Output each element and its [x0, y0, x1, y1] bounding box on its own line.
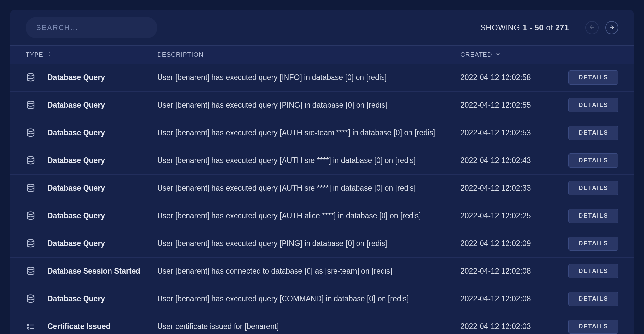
details-button[interactable]: DETAILS: [568, 264, 618, 278]
column-header-created[interactable]: CREATED: [460, 51, 553, 58]
table-row: Database QueryUser [benarent] has execut…: [10, 119, 634, 147]
description-cell: User [benarent] has executed query [AUTH…: [157, 156, 460, 165]
database-icon: [26, 156, 36, 166]
audit-log-panel: SHOWING 1 - 50 of 271 TYPE DESCRIPTION: [10, 10, 634, 334]
type-cell: Database Query: [26, 294, 157, 304]
table-row: Database QueryUser [benarent] has execut…: [10, 285, 634, 313]
type-cell: Database Query: [26, 239, 157, 249]
svg-point-6: [27, 184, 34, 187]
table-row: Database QueryUser [benarent] has execut…: [10, 64, 634, 92]
type-cell: Database Query: [26, 100, 157, 110]
pagination-status: SHOWING 1 - 50 of 271: [481, 23, 569, 32]
showing-dash: -: [527, 23, 535, 32]
description-cell: User [benarent] has connected to databas…: [157, 267, 460, 276]
details-button[interactable]: DETAILS: [568, 70, 618, 85]
table-row: Database QueryUser [benarent] has execut…: [10, 230, 634, 258]
arrow-right-icon: [608, 24, 615, 32]
column-header-created-label: CREATED: [460, 51, 492, 58]
database-icon: [26, 128, 36, 138]
showing-to: 50: [534, 23, 544, 32]
type-label: Database Query: [47, 156, 105, 165]
details-button[interactable]: DETAILS: [568, 320, 618, 334]
created-cell: 2022-04-12 12:02:55: [460, 101, 553, 110]
svg-point-10: [27, 295, 34, 297]
search-input[interactable]: [26, 17, 157, 38]
column-header-type-label: TYPE: [26, 51, 43, 58]
details-button[interactable]: DETAILS: [568, 126, 618, 140]
created-cell: 2022-04-12 12:02:09: [460, 239, 553, 248]
details-button[interactable]: DETAILS: [568, 209, 618, 223]
next-page-button[interactable]: [605, 21, 618, 34]
svg-point-7: [27, 212, 34, 214]
description-cell: User [benarent] has executed query [AUTH…: [157, 128, 460, 137]
type-cell: Database Query: [26, 73, 157, 83]
database-icon: [26, 239, 36, 249]
type-cell: Database Session Started: [26, 266, 157, 276]
details-button[interactable]: DETAILS: [568, 98, 618, 112]
type-cell: Certificate Issued: [26, 322, 157, 332]
certificate-icon: [26, 322, 36, 332]
type-label: Database Query: [47, 294, 105, 303]
column-header-description-label: DESCRIPTION: [157, 51, 204, 58]
database-icon: [26, 183, 36, 193]
type-cell: Database Query: [26, 211, 157, 221]
pager: [585, 21, 618, 34]
column-header-description[interactable]: DESCRIPTION: [157, 51, 460, 58]
svg-point-8: [27, 239, 34, 242]
created-cell: 2022-04-12 12:02:33: [460, 184, 553, 193]
type-label: Database Query: [47, 211, 105, 220]
created-cell: 2022-04-12 12:02:03: [460, 322, 553, 331]
type-label: Database Query: [47, 73, 105, 82]
prev-page-button[interactable]: [585, 21, 599, 34]
table-row: Database Session StartedUser [benarent] …: [10, 258, 634, 285]
type-label: Database Query: [47, 128, 105, 137]
database-icon: [26, 100, 36, 110]
svg-point-4: [27, 129, 34, 131]
details-button[interactable]: DETAILS: [568, 292, 618, 306]
description-cell: User [benarent] has executed query [PING…: [157, 101, 460, 110]
description-cell: User [benarent] has executed query [AUTH…: [157, 184, 460, 193]
table-header: TYPE DESCRIPTION CREATED: [10, 45, 634, 64]
created-cell: 2022-04-12 12:02:53: [460, 128, 553, 137]
created-cell: 2022-04-12 12:02:08: [460, 294, 553, 303]
column-header-type[interactable]: TYPE: [26, 51, 157, 58]
showing-total: 271: [555, 23, 569, 32]
showing-prefix: SHOWING: [481, 23, 523, 32]
database-icon: [26, 211, 36, 221]
table-row: Database QueryUser [benarent] has execut…: [10, 147, 634, 175]
details-button[interactable]: DETAILS: [568, 237, 618, 251]
type-label: Database Query: [47, 184, 105, 193]
table-body: Database QueryUser [benarent] has execut…: [10, 64, 634, 334]
database-icon: [26, 294, 36, 304]
chevron-down-icon: [495, 51, 501, 58]
type-cell: Database Query: [26, 183, 157, 193]
description-cell: User [benarent] has executed query [COMM…: [157, 294, 460, 303]
database-icon: [26, 266, 36, 276]
toolbar: SHOWING 1 - 50 of 271: [10, 10, 634, 45]
svg-point-9: [27, 267, 34, 270]
table-row: Database QueryUser [benarent] has execut…: [10, 92, 634, 119]
created-cell: 2022-04-12 12:02:58: [460, 73, 553, 82]
created-cell: 2022-04-12 12:02:43: [460, 156, 553, 165]
details-button[interactable]: DETAILS: [568, 153, 618, 168]
svg-point-11: [27, 324, 29, 326]
database-icon: [26, 73, 36, 83]
created-cell: 2022-04-12 12:02:08: [460, 267, 553, 276]
description-cell: User [benarent] has executed query [INFO…: [157, 73, 460, 82]
showing-of: of: [544, 23, 555, 32]
details-button[interactable]: DETAILS: [568, 181, 618, 195]
type-label: Database Query: [47, 101, 105, 110]
svg-point-12: [27, 327, 29, 329]
arrow-left-icon: [589, 24, 595, 32]
svg-point-3: [27, 101, 34, 104]
type-cell: Database Query: [26, 128, 157, 138]
svg-point-5: [27, 156, 34, 159]
type-label: Database Query: [47, 239, 105, 248]
sort-icon: [47, 51, 52, 58]
type-label: Certificate Issued: [47, 322, 111, 331]
type-label: Database Session Started: [47, 267, 140, 276]
table-row: Database QueryUser [benarent] has execut…: [10, 202, 634, 230]
type-cell: Database Query: [26, 156, 157, 166]
description-cell: User [benarent] has executed query [AUTH…: [157, 211, 460, 220]
showing-from: 1: [523, 23, 527, 32]
